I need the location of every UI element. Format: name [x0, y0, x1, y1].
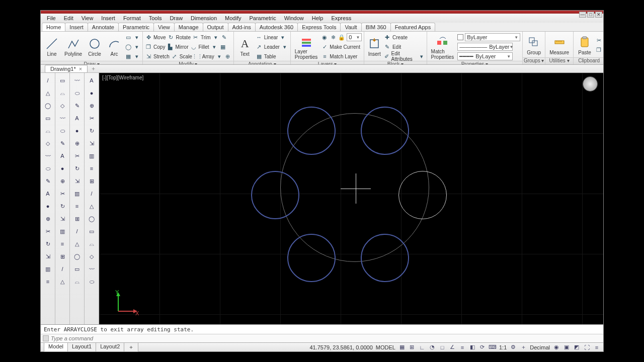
- palette-tool[interactable]: ▭: [71, 263, 83, 275]
- layer-off-icon[interactable]: ◉: [321, 34, 328, 41]
- polar-toggle-icon[interactable]: ◔: [429, 344, 436, 351]
- palette-tool[interactable]: ⬭: [71, 87, 83, 99]
- close-tab-icon[interactable]: ×: [79, 66, 82, 72]
- isolate-icon[interactable]: ◩: [573, 344, 580, 351]
- palette-tool[interactable]: ⊞: [86, 175, 97, 187]
- cut-icon[interactable]: ✂: [595, 37, 602, 44]
- palette-tool[interactable]: ✂: [57, 188, 68, 199]
- layer-freeze-icon[interactable]: ❄: [330, 34, 337, 41]
- array-circle[interactable]: [361, 107, 409, 155]
- erase-icon[interactable]: ✎: [221, 34, 228, 41]
- lineweight-toggle-icon[interactable]: ≡: [459, 344, 466, 351]
- ribbon-tab-insert[interactable]: Insert: [65, 23, 88, 31]
- match-properties-button[interactable]: Match Properties: [429, 34, 456, 60]
- palette-tool[interactable]: △: [86, 201, 97, 212]
- ribbon-tab-express-tools[interactable]: Express Tools: [297, 23, 341, 31]
- palette-tool[interactable]: ≡: [42, 276, 53, 287]
- cycling-toggle-icon[interactable]: ⟳: [479, 344, 486, 351]
- copy-icon[interactable]: ❐: [145, 43, 152, 50]
- clean-screen-icon[interactable]: ⛶: [583, 344, 590, 351]
- ribbon-tab-featured-apps[interactable]: Featured Apps: [390, 23, 436, 31]
- circle-button[interactable]: Circle: [86, 36, 104, 57]
- layer-lock-icon[interactable]: 🔒: [338, 34, 345, 41]
- palette-tool[interactable]: ⊕: [71, 138, 83, 149]
- palette-tool[interactable]: ✎: [42, 175, 53, 187]
- palette-tool[interactable]: ▥: [86, 150, 97, 161]
- palette-tool[interactable]: ✂: [42, 226, 53, 237]
- palette-tool[interactable]: ●: [86, 87, 97, 99]
- annotation-scale[interactable]: 1:1: [499, 344, 507, 350]
- insert-block-button[interactable]: Insert: [366, 36, 382, 57]
- array-circle[interactable]: [251, 171, 299, 219]
- command-input[interactable]: [51, 335, 603, 341]
- palette-tool[interactable]: ⇲: [86, 138, 97, 149]
- array-circle[interactable]: [287, 234, 336, 282]
- palette-tool[interactable]: A: [42, 188, 53, 199]
- palette-tool[interactable]: ⬭: [42, 163, 53, 174]
- ribbon-tab-manage[interactable]: Manage: [174, 23, 203, 31]
- scale-icon[interactable]: ⤢: [171, 53, 178, 60]
- dynamic-input-icon[interactable]: ⌨: [489, 344, 496, 351]
- ribbon-tab-parametric[interactable]: Parametric: [118, 23, 154, 31]
- measure-button[interactable]: Measure: [547, 35, 571, 56]
- palette-tool[interactable]: ◇: [86, 251, 97, 262]
- palette-tool[interactable]: A: [86, 75, 97, 86]
- lineweight-dropdown[interactable]: ━━━━ByLayer▼: [457, 52, 513, 60]
- add-layout-icon[interactable]: ＋: [124, 342, 138, 352]
- menu-dimension[interactable]: Dimension: [187, 14, 221, 22]
- palette-tool[interactable]: /: [57, 263, 68, 275]
- palette-tool[interactable]: ⌓: [57, 87, 68, 99]
- layout-tab[interactable]: Layout2: [96, 342, 124, 352]
- palette-tool[interactable]: ⇲: [71, 175, 83, 187]
- menu-express[interactable]: Express: [327, 14, 355, 22]
- palette-tool[interactable]: A: [71, 113, 83, 124]
- palette-tool[interactable]: ⌓: [42, 125, 53, 136]
- palette-tool[interactable]: 〰: [57, 113, 68, 124]
- workspace-icon[interactable]: ◉: [553, 344, 560, 351]
- palette-tool[interactable]: ▥: [57, 226, 68, 237]
- palette-tool[interactable]: /: [42, 75, 53, 86]
- layer-properties-button[interactable]: Layer Properties: [293, 34, 320, 60]
- menu-parametric[interactable]: Parametric: [245, 14, 280, 22]
- snap-toggle-icon[interactable]: ⊞: [409, 344, 416, 351]
- mirror-icon[interactable]: ▙: [167, 43, 174, 50]
- palette-tool[interactable]: ✎: [71, 100, 83, 111]
- palette-tool[interactable]: ◯: [86, 213, 97, 224]
- palette-tool[interactable]: ≡: [71, 201, 83, 212]
- palette-tool[interactable]: ✎: [57, 138, 68, 149]
- copy-clip-icon[interactable]: ❐: [595, 46, 602, 53]
- window-close-icon[interactable]: ✕: [595, 12, 602, 18]
- palette-tool[interactable]: A: [57, 150, 68, 161]
- ribbon-tab-view[interactable]: View: [153, 23, 175, 31]
- ribbon-tab-home[interactable]: Home: [42, 23, 65, 31]
- ribbon-tab-annotate[interactable]: Annotate: [88, 23, 119, 31]
- fillet-icon[interactable]: ◡: [190, 43, 197, 50]
- palette-tool[interactable]: ●: [71, 125, 83, 136]
- palette-tool[interactable]: △: [57, 276, 68, 287]
- ribbon-tab-add-ins[interactable]: Add-ins: [228, 23, 256, 31]
- leader-icon[interactable]: ↗: [256, 43, 263, 50]
- palette-tool[interactable]: ⊕: [86, 100, 97, 111]
- array-circle-active[interactable]: [398, 171, 447, 219]
- edit-block-icon[interactable]: ✎: [384, 43, 391, 50]
- trim-icon[interactable]: ✂: [192, 34, 199, 41]
- grid-toggle-icon[interactable]: ▦: [398, 344, 406, 351]
- palette-tool[interactable]: ◇: [42, 138, 53, 149]
- palette-tool[interactable]: ⬭: [57, 125, 68, 136]
- ribbon-tab-vault[interactable]: Vault: [340, 23, 361, 31]
- ribbon-tab-autodesk-360[interactable]: Autodesk 360: [255, 23, 298, 31]
- menu-draw[interactable]: Draw: [166, 14, 187, 22]
- palette-tool[interactable]: ▭: [57, 75, 68, 86]
- palette-tool[interactable]: △: [42, 87, 53, 99]
- palette-tool[interactable]: ◯: [71, 251, 83, 262]
- line-button[interactable]: Line: [43, 36, 61, 57]
- transparency-toggle-icon[interactable]: ◧: [469, 344, 476, 351]
- gear-icon[interactable]: ⚙: [510, 344, 517, 351]
- palette-tool[interactable]: ≡: [57, 238, 68, 249]
- palette-tool[interactable]: 〰: [71, 75, 83, 86]
- create-block-icon[interactable]: ✚: [384, 34, 391, 41]
- palette-tool[interactable]: ↻: [42, 238, 53, 249]
- viewport-label[interactable]: [-][Top][Wireframe]: [102, 75, 143, 80]
- osnap-toggle-icon[interactable]: □: [439, 344, 446, 351]
- palette-tool[interactable]: ⌓: [71, 276, 83, 287]
